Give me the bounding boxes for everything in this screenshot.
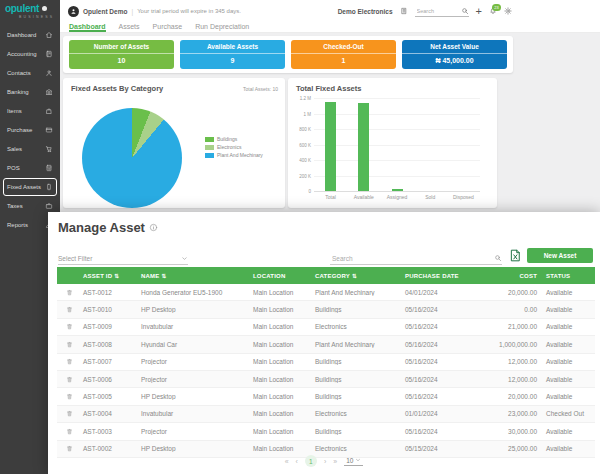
sidebar-item-label: Taxes xyxy=(7,203,23,209)
table-row[interactable]: AST-0010HP DesktopMain LocationBuildings… xyxy=(57,301,595,318)
sidebar-item-label: Accounting xyxy=(7,51,37,57)
sidebar-item-accounting[interactable]: Accounting xyxy=(3,45,57,63)
cell-purchase-date: 05/16/2024 xyxy=(401,323,479,330)
sidebar-item-label: Purchase xyxy=(7,127,32,133)
export-excel-button[interactable] xyxy=(508,247,523,264)
trash-icon xyxy=(66,289,73,296)
cell-location: Main Location xyxy=(249,376,311,383)
x-axis-label: Total xyxy=(325,194,336,200)
gridline xyxy=(314,98,480,99)
sidebar-nav: DashboardAccountingContactsBankingItemsP… xyxy=(0,26,60,234)
search-icon[interactable] xyxy=(494,254,502,262)
delete-row-button[interactable] xyxy=(66,289,73,296)
bar-assigned xyxy=(392,189,403,191)
sidebar-item-purchase[interactable]: Purchase xyxy=(3,121,57,139)
app-window: opulent BUSINESS DashboardAccountingCont… xyxy=(0,0,600,474)
summary-card-net-asset-value: Net Asset Value₦ 45,000.00 xyxy=(402,40,507,69)
prev-page-button[interactable]: ‹ xyxy=(296,458,298,465)
new-asset-button[interactable]: New Asset xyxy=(527,248,593,263)
y-axis-tick: 0 xyxy=(308,189,311,194)
cell-status: Available xyxy=(539,341,595,348)
tab-run-depreciation[interactable]: Run Depreciation xyxy=(195,22,249,32)
table-row[interactable]: AST-0007ProjectorMain LocationBuildings0… xyxy=(57,354,595,371)
tab-assets[interactable]: Assets xyxy=(119,22,140,32)
trash-icon xyxy=(66,341,73,348)
logo-text: opulent xyxy=(5,3,39,14)
table-row[interactable]: AST-0009InvatubularMain LocationElectron… xyxy=(57,319,595,336)
table-row[interactable]: AST-0004InvatubularMain LocationElectron… xyxy=(57,406,595,423)
cell-asset-id: AST-0008 xyxy=(79,341,137,348)
card-value: 10 xyxy=(69,54,174,67)
user-avatar[interactable] xyxy=(68,6,79,17)
cell-category: Buildings xyxy=(311,358,401,365)
sidebar-item-banking[interactable]: Banking xyxy=(3,83,57,101)
bank-icon xyxy=(45,88,53,96)
logo-subtext: BUSINESS xyxy=(19,15,60,19)
page-size-select[interactable]: 10 xyxy=(344,457,363,466)
cell-cost: 20,000.00 xyxy=(479,393,539,400)
table-row[interactable]: AST-0006ProjectorMain LocationBuildings0… xyxy=(57,371,595,388)
delete-row-button[interactable] xyxy=(66,358,73,365)
gear-icon[interactable] xyxy=(504,7,512,15)
filter-select[interactable]: Select Filter xyxy=(58,252,188,265)
search-icon[interactable] xyxy=(461,7,469,15)
cell-category: Buildings xyxy=(311,428,401,435)
add-icon[interactable]: + xyxy=(476,6,482,16)
delete-row-button[interactable] xyxy=(66,428,73,435)
cell-asset-id: AST-0002 xyxy=(79,445,137,452)
delete-row-button[interactable] xyxy=(66,306,73,313)
current-page[interactable]: 1 xyxy=(305,455,317,467)
delete-row-button[interactable] xyxy=(66,376,73,383)
last-page-button[interactable]: » xyxy=(333,458,337,465)
info-icon[interactable] xyxy=(149,223,158,232)
legend-swatch xyxy=(205,153,214,158)
tab-dashboard[interactable]: Dashboard xyxy=(69,22,106,32)
sidebar-item-sales[interactable]: Sales xyxy=(3,140,57,158)
delete-row-button[interactable] xyxy=(66,393,73,400)
column-header-name[interactable]: NAME ⇅ xyxy=(137,273,249,279)
table-row[interactable]: AST-0012Honda Generator EU5-1900Main Loc… xyxy=(57,284,595,301)
company-selector[interactable]: Demo Electronics xyxy=(338,8,393,15)
search-input[interactable] xyxy=(415,7,459,15)
sidebar-item-pos[interactable]: POS xyxy=(3,159,57,177)
cell-asset-id: AST-0010 xyxy=(79,306,137,313)
table-row[interactable]: AST-0008Hyundai CarMain LocationPlant An… xyxy=(57,336,595,353)
sidebar-item-fixed-assets[interactable]: Fixed Assets xyxy=(3,178,57,196)
cell-category: Electronics xyxy=(311,445,401,452)
legend-swatch xyxy=(205,145,214,150)
cell-purchase-date: 05/16/2024 xyxy=(401,306,479,313)
trash-icon xyxy=(66,376,73,383)
table-row[interactable]: AST-0005HP DesktopMain LocationBuildings… xyxy=(57,388,595,405)
user-name[interactable]: Opulent Demo xyxy=(83,8,127,15)
cell-asset-id: AST-0003 xyxy=(79,428,137,435)
sidebar-item-label: Items xyxy=(7,108,22,114)
table-search-input[interactable] xyxy=(330,254,494,263)
app-logo[interactable]: opulent BUSINESS xyxy=(0,0,60,22)
trash-icon xyxy=(66,393,73,400)
x-axis-label: Available xyxy=(354,194,374,200)
y-axis-tick: 800 K xyxy=(299,127,311,132)
delete-row-button[interactable] xyxy=(66,445,73,452)
delete-row-button[interactable] xyxy=(66,341,73,348)
delete-row-button[interactable] xyxy=(66,323,73,330)
sidebar-item-items[interactable]: Items xyxy=(3,102,57,120)
cell-status: Available xyxy=(539,393,595,400)
notifications-button[interactable]: 23 xyxy=(489,7,497,15)
tab-purchase[interactable]: Purchase xyxy=(153,22,183,32)
table-row[interactable]: AST-0003ProjectorMain LocationBuildings0… xyxy=(57,423,595,440)
first-page-button[interactable]: « xyxy=(285,458,289,465)
y-axis-tick: 200 K xyxy=(299,173,311,178)
column-header-category[interactable]: CATEGORY ⇅ xyxy=(311,273,401,279)
cell-status: Available xyxy=(539,445,595,452)
column-header-status: STATUS xyxy=(539,273,595,279)
delete-row-button[interactable] xyxy=(66,410,73,417)
sidebar-item-dashboard[interactable]: Dashboard xyxy=(3,26,57,44)
column-header-asset-id[interactable]: ASSET ID ⇅ xyxy=(79,273,137,279)
building-icon[interactable] xyxy=(400,7,408,15)
next-page-button[interactable]: › xyxy=(324,458,326,465)
sidebar-item-contacts[interactable]: Contacts xyxy=(3,64,57,82)
sidebar-item-label: Contacts xyxy=(7,70,31,76)
trash-icon xyxy=(66,323,73,330)
cell-purchase-date: 04/01/2024 xyxy=(401,289,479,296)
cell-asset-id: AST-0006 xyxy=(79,376,137,383)
